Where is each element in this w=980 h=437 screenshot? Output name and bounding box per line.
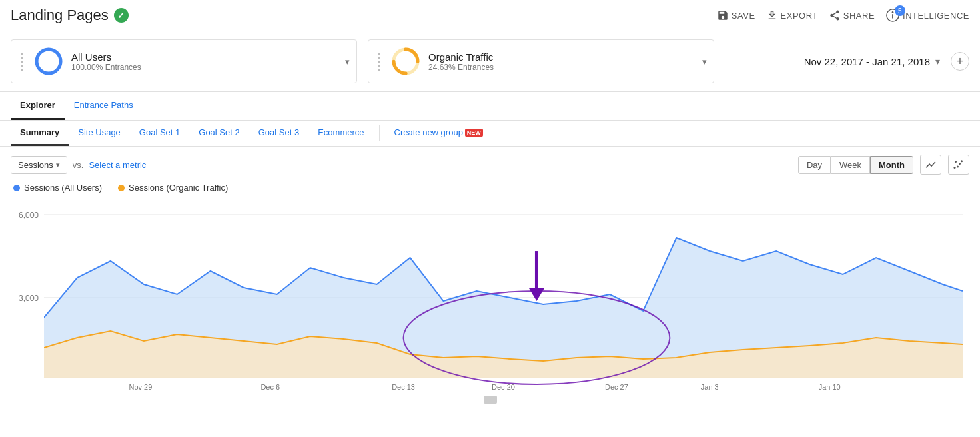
- sub-tab-goal-set-1[interactable]: Goal Set 1: [130, 121, 189, 146]
- segment-icon-organic: [391, 47, 420, 76]
- chart-wrapper: 6,000 3,000: [11, 198, 969, 393]
- tab-divider: [379, 125, 380, 141]
- svg-point-10: [954, 167, 956, 169]
- period-buttons: Day Week Month: [798, 156, 913, 174]
- segment-dropdown-all-users[interactable]: ▾: [345, 57, 350, 67]
- segment-pct-all-users: 100.00% Entrances: [71, 63, 347, 72]
- y-label-3000: 3,000: [19, 294, 39, 303]
- y-label-6000: 6,000: [19, 211, 39, 220]
- sub-tab-create-group[interactable]: Create new group NEW: [385, 121, 492, 146]
- segment-name-all-users: All Users: [71, 51, 347, 63]
- x-label-nov29: Nov 29: [129, 383, 152, 391]
- period-week-button[interactable]: Week: [831, 156, 870, 174]
- svg-point-1: [892, 11, 894, 13]
- segment-pct-organic: 24.63% Entrances: [428, 63, 704, 72]
- x-label-jan3: Jan 3: [701, 383, 719, 391]
- svg-point-3: [37, 49, 61, 73]
- x-label-dec6: Dec 6: [260, 383, 280, 391]
- scrollbar-thumb[interactable]: [484, 396, 497, 404]
- chart-left-controls: Sessions ▾ vs. Select a metric: [11, 156, 146, 174]
- save-label: SAVE: [732, 11, 755, 21]
- x-label-dec13: Dec 13: [392, 383, 415, 391]
- svg-point-9: [961, 160, 963, 162]
- new-badge: NEW: [465, 129, 483, 137]
- tab-explorer[interactable]: Explorer: [11, 92, 65, 120]
- tab-entrance-paths[interactable]: Entrance Paths: [65, 92, 143, 120]
- create-group-label: Create new group: [394, 127, 463, 137]
- sub-tab-summary[interactable]: Summary: [11, 121, 69, 146]
- segments-row: All Users 100.00% Entrances ▾ Organic Tr…: [0, 31, 980, 92]
- legend-organic: Sessions (Organic Traffic): [118, 183, 228, 193]
- x-label-jan10: Jan 10: [819, 383, 841, 391]
- save-button[interactable]: SAVE: [717, 9, 755, 21]
- svg-point-7: [959, 163, 961, 165]
- sub-tab-ecommerce[interactable]: Ecommerce: [308, 121, 373, 146]
- date-range-text: Nov 22, 2017 - Jan 21, 2018: [804, 56, 930, 67]
- metric-chevron: ▾: [56, 161, 60, 169]
- segment-drag-handle: [21, 53, 23, 71]
- legend-label-all-users: Sessions (All Users): [24, 183, 102, 193]
- chart-area: Sessions ▾ vs. Select a metric Day Week …: [0, 147, 980, 414]
- metric-label: Sessions: [18, 160, 53, 170]
- x-label-dec20: Dec 20: [492, 383, 515, 391]
- sub-tab-goal-set-3[interactable]: Goal Set 3: [249, 121, 308, 146]
- export-button[interactable]: EXPORT: [766, 9, 818, 21]
- line-chart-button[interactable]: [920, 155, 941, 175]
- sub-tab-goal-set-2[interactable]: Goal Set 2: [189, 121, 248, 146]
- share-label: SHARE: [843, 11, 875, 21]
- header-right: SAVE EXPORT SHARE 5 INTELLIGENCE: [717, 8, 969, 23]
- date-range-area: Nov 22, 2017 - Jan 21, 2018 ▾ +: [804, 52, 969, 71]
- intelligence-label: INTELLIGENCE: [903, 11, 969, 21]
- share-button[interactable]: SHARE: [829, 9, 875, 21]
- period-day-button[interactable]: Day: [798, 156, 831, 174]
- main-tabs-container: Explorer Entrance Paths: [0, 92, 980, 121]
- page-title: Landing Pages: [11, 7, 109, 24]
- chart-svg: 6,000 3,000: [11, 198, 969, 391]
- shield-icon: [114, 8, 129, 23]
- date-range-chevron[interactable]: ▾: [935, 56, 940, 67]
- page-header: Landing Pages SAVE EXPORT SHARE 5 INTELL…: [0, 0, 980, 31]
- chart-controls: Sessions ▾ vs. Select a metric Day Week …: [11, 155, 969, 175]
- add-date-range-button[interactable]: +: [951, 52, 969, 71]
- scrollbar-area: [11, 393, 969, 406]
- x-label-dec27: Dec 27: [605, 383, 628, 391]
- export-label: EXPORT: [781, 11, 818, 21]
- sub-tabs: Summary Site Usage Goal Set 1 Goal Set 2…: [0, 121, 980, 147]
- segment-info-organic: Organic Traffic 24.63% Entrances: [428, 51, 704, 72]
- header-left: Landing Pages: [11, 7, 129, 24]
- main-tabs: Explorer Entrance Paths: [0, 92, 980, 120]
- chart-legend: Sessions (All Users) Sessions (Organic T…: [11, 183, 969, 193]
- vs-text: vs.: [73, 160, 84, 170]
- intelligence-button[interactable]: 5 INTELLIGENCE: [885, 8, 969, 23]
- svg-point-6: [955, 161, 957, 163]
- legend-dot-organic: [118, 185, 125, 191]
- sub-tab-site-usage[interactable]: Site Usage: [69, 121, 130, 146]
- segment-dropdown-organic[interactable]: ▾: [702, 57, 707, 67]
- segment-icon-all-users: [34, 47, 63, 76]
- legend-all-users: Sessions (All Users): [13, 183, 102, 193]
- segment-info-all-users: All Users 100.00% Entrances: [71, 51, 347, 72]
- legend-dot-all-users: [13, 185, 20, 191]
- svg-point-8: [957, 166, 959, 168]
- segment-drag-handle-2: [378, 53, 380, 71]
- period-month-button[interactable]: Month: [870, 156, 913, 174]
- segment-organic[interactable]: Organic Traffic 24.63% Entrances ▾: [368, 39, 714, 83]
- chart-right-controls: Day Week Month: [798, 155, 969, 175]
- arrow-head: [528, 288, 544, 301]
- metric-select[interactable]: Sessions ▾: [11, 156, 67, 174]
- legend-label-organic: Sessions (Organic Traffic): [129, 183, 228, 193]
- segment-name-organic: Organic Traffic: [428, 51, 704, 63]
- segment-all-users[interactable]: All Users 100.00% Entrances ▾: [11, 39, 357, 83]
- select-metric-link[interactable]: Select a metric: [89, 160, 146, 170]
- scatter-chart-button[interactable]: [948, 155, 969, 175]
- intelligence-badge: 5: [895, 5, 905, 16]
